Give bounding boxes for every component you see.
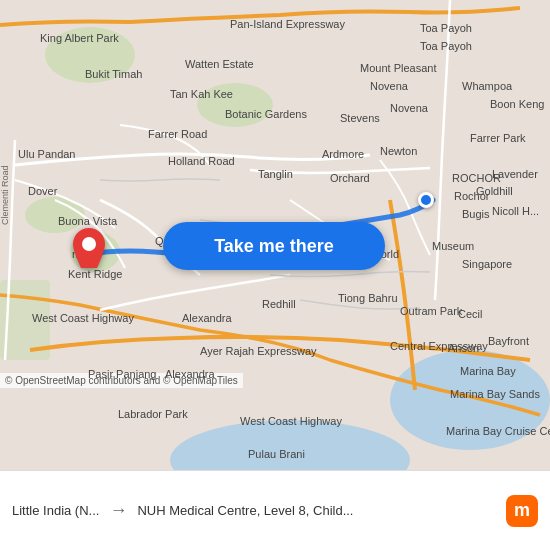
from-label: Little India (N... [12,503,99,518]
map-label: Labrador Park [118,408,188,420]
map-label: Watten Estate [185,58,254,70]
map-label: Alexandra [165,368,215,380]
map-label: Mount Pleasant [360,62,436,74]
road-label-clementi: Clementi Road [0,165,10,225]
map-label: Stevens [340,112,380,124]
map-label: Holland Road [168,155,235,167]
map-label: Pasir Panjang [88,368,157,380]
map-label: Orchard [330,172,370,184]
map-label: Ardmore [322,148,364,160]
map-label: Cecil [458,308,482,320]
map-label: Ulu Pandan [18,148,76,160]
map-label: Tiong Bahru [338,292,398,304]
map-label: Marina Bay Cruise Centre... [446,425,550,437]
map-label: West Coast Highway [32,312,134,324]
destination-marker [73,228,105,272]
map-label: Dover [28,185,57,197]
map-label: Marina Bay Sands [450,388,540,400]
map-label: Boon Keng [490,98,544,110]
map-label: Bukit Timah [85,68,142,80]
map-label: Marina Bay [460,365,516,377]
map-label: Museum [432,240,474,252]
map-label: Novena [370,80,408,92]
map-label: Farrer Park [470,132,526,144]
map-label: Toa Payoh [420,40,472,52]
bottom-bar: Little India (N... → NUH Medical Centre,… [0,470,550,550]
map-label: West Coast Highway [240,415,342,427]
map-label: Anson [448,342,479,354]
map-label: Novena [390,102,428,114]
map-label: Alexandra [182,312,232,324]
arrow-icon: → [109,500,127,521]
map-label: Buona Vista [58,215,117,227]
map-label: Botanic Gardens [225,108,307,120]
map-label: King Albert Park [40,32,119,44]
map-label: Farrer Road [148,128,207,140]
moovit-icon: m [506,495,538,527]
map-label: Tanglin [258,168,293,180]
take-me-there-button[interactable]: Take me there [163,222,385,270]
map-label: Bugis [462,208,490,220]
map-label: Redhill [262,298,296,310]
map-label: Toa Payoh [420,22,472,34]
map-label: Lavender [492,168,538,180]
moovit-logo: m [506,495,538,527]
map-label: Bayfront [488,335,529,347]
map-label: Ayer Rajah Expressway [200,345,317,357]
to-label: NUH Medical Centre, Level 8, Child... [137,503,496,518]
map-label: Tan Kah Kee [170,88,233,100]
map-label: Whampoa [462,80,512,92]
map-label: Goldhill [476,185,513,197]
map-label: Newton [380,145,417,157]
map-label: Pulau Brani [248,448,305,460]
map-label: Pan-Island Expressway [230,18,345,30]
origin-marker [418,192,434,208]
map-label: Nicoll H... [492,205,539,217]
map-label: Singapore [462,258,512,270]
svg-point-8 [82,237,96,251]
map-label: Outram Park [400,305,462,317]
map-container: King Albert ParkBukit TimahWatten Estate… [0,0,550,470]
